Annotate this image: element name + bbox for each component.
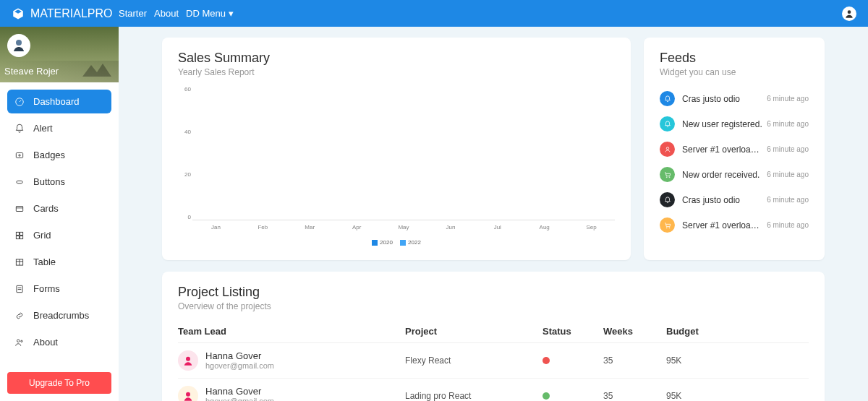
projects-table: Team Lead Project Status Weeks Budget Ha… (178, 320, 809, 402)
sidebar-item-label: Grid (33, 230, 51, 241)
profile-name: Steave Rojer (4, 66, 59, 77)
svg-point-26 (186, 392, 190, 396)
lead-email: hgover@gmail.com (205, 361, 274, 370)
feed-time: 6 minute ago (767, 221, 809, 229)
top-nav: Starter About DD Menu ▾ (119, 2, 234, 25)
feeds-list: Cras justo odio6 minute agoNew user regi… (660, 86, 809, 238)
sidebar-item-label: Dashboard (33, 96, 80, 107)
link-icon (14, 311, 25, 321)
sidebar-item-dashboard[interactable]: Dashboard (7, 90, 111, 113)
chart-legend: 2020 2022 (178, 238, 615, 247)
cell-budget: 95K (666, 355, 809, 366)
feed-text: Cras justo odio (682, 195, 764, 205)
svg-rect-8 (16, 232, 19, 235)
mountain-icon (82, 62, 111, 77)
projects-title: Project Listing (178, 285, 809, 300)
table-row[interactable]: Hanna Goverhgover@gmail.comLading pro Re… (178, 379, 809, 402)
sales-subtitle: Yearly Sales Report (178, 67, 615, 77)
sidebar-item-alert[interactable]: Alert (7, 116, 111, 140)
chart-plot (192, 86, 615, 220)
chart-y-axis: 6040200 (178, 86, 191, 220)
sidebar-item-label: About (33, 337, 58, 348)
sidebar-item-label: Badges (33, 150, 65, 160)
feed-time: 6 minute ago (767, 196, 809, 204)
feed-text: New order received. (682, 170, 764, 180)
sidebar-item-about[interactable]: About (7, 330, 111, 354)
main-content: Sales Summary Yearly Sales Report 604020… (119, 27, 868, 401)
feed-item[interactable]: Cras justo odio6 minute ago (660, 86, 809, 111)
status-dot (542, 357, 550, 364)
logo-icon (12, 7, 25, 20)
svg-rect-10 (16, 236, 19, 238)
sales-title: Sales Summary (178, 51, 615, 66)
feeds-subtitle: Widget you can use (660, 67, 809, 77)
th-budget: Budget (666, 326, 809, 337)
svg-point-19 (21, 340, 22, 342)
feed-item[interactable]: New order received.6 minute ago (660, 162, 809, 187)
sidebar-item-breadcrumbs[interactable]: Breadcrumbs (7, 303, 111, 327)
cart-icon (660, 217, 675, 233)
card-icon (14, 204, 25, 214)
cart-icon (660, 167, 675, 182)
svg-rect-11 (20, 236, 23, 238)
app-header: MATERIALPRO Starter About DD Menu ▾ (0, 0, 868, 27)
svg-point-23 (666, 227, 667, 228)
upgrade-button[interactable]: Upgrade To Pro (7, 372, 111, 394)
user-avatar[interactable] (842, 7, 856, 21)
form-icon (14, 284, 25, 294)
feed-text: Cras justo odio (682, 94, 764, 104)
feed-item[interactable]: Cras justo odio6 minute ago (660, 187, 809, 212)
feeds-card: Feeds Widget you can use Cras justo odio… (644, 38, 825, 260)
lead-email: hgover@gmail.com (205, 397, 274, 401)
sidebar-item-buttons[interactable]: Buttons (7, 170, 111, 194)
cell-weeks: 35 (603, 355, 666, 366)
brand-text: MATERIALPRO (30, 7, 113, 20)
sidebar-item-label: Buttons (33, 176, 65, 187)
sidebar-item-badges[interactable]: Badges (7, 143, 111, 167)
sidebar-item-label: Alert (33, 123, 53, 134)
feeds-title: Feeds (660, 51, 809, 66)
sidebar-item-forms[interactable]: Forms (7, 277, 111, 301)
svg-point-24 (669, 227, 670, 228)
th-weeks: Weeks (603, 326, 666, 337)
profile-banner: Steave Rojer (0, 27, 119, 82)
sidebar-item-label: Cards (33, 203, 59, 214)
speedometer-icon (14, 97, 25, 107)
table-row[interactable]: Hanna Goverhgover@gmail.comFlexy React35… (178, 343, 809, 379)
cell-budget: 95K (666, 391, 809, 401)
sidebar-item-cards[interactable]: Cards (7, 197, 111, 220)
sidebar-item-grid[interactable]: Grid (7, 223, 111, 247)
sales-chart: 6040200 JanFebMarAprMayJunJulAugSep (178, 86, 615, 238)
feed-item[interactable]: Server #1 overloaded.6 minute ago (660, 212, 809, 238)
feed-time: 6 minute ago (767, 145, 809, 153)
svg-point-4 (19, 154, 20, 155)
sidebar-item-table[interactable]: Table (7, 250, 111, 274)
status-dot (542, 392, 550, 400)
user-icon (660, 142, 675, 157)
project-listing-card: Project Listing Overview of the projects… (162, 272, 825, 402)
badge-icon (14, 150, 25, 160)
cell-project: Lading pro React (405, 391, 542, 401)
svg-point-21 (666, 176, 667, 177)
feed-text: Server #1 overloaded. (682, 145, 764, 155)
bell-icon (660, 116, 675, 131)
table-header: Team Lead Project Status Weeks Budget (178, 320, 809, 343)
table-icon (14, 257, 25, 267)
brand-logo[interactable]: MATERIALPRO (12, 7, 119, 20)
svg-point-20 (666, 147, 668, 149)
feed-item[interactable]: Server #1 overloaded.6 minute ago (660, 137, 809, 162)
svg-point-25 (186, 356, 190, 361)
nav-about[interactable]: About (154, 2, 179, 25)
sidebar-item-label: Table (33, 256, 56, 267)
people-icon (14, 337, 25, 348)
nav-starter[interactable]: Starter (119, 2, 147, 25)
avatar-icon (10, 37, 27, 54)
feed-time: 6 minute ago (767, 120, 809, 128)
feed-item[interactable]: New user registered.6 minute ago (660, 111, 809, 137)
sales-summary-card: Sales Summary Yearly Sales Report 604020… (162, 38, 631, 260)
bell-icon (14, 124, 25, 134)
profile-avatar[interactable] (7, 34, 30, 57)
nav-ddmenu[interactable]: DD Menu ▾ (186, 2, 234, 25)
avatar (178, 350, 198, 371)
feed-time: 6 minute ago (767, 95, 809, 103)
